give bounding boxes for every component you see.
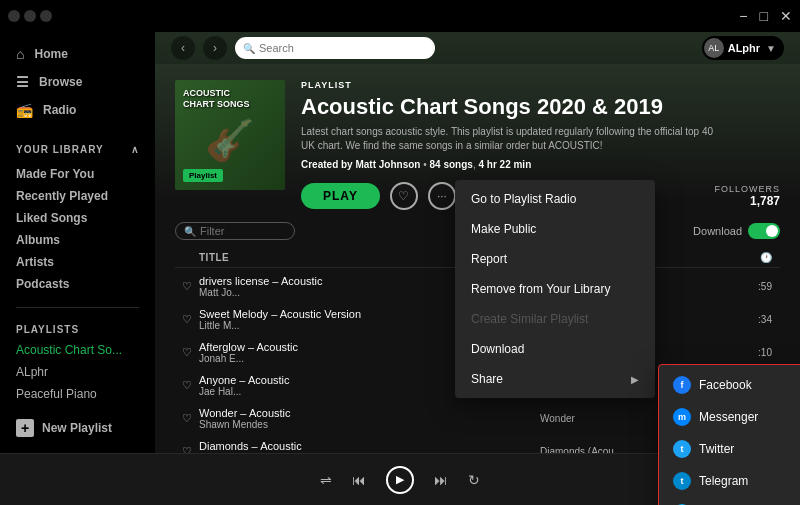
track-title-block-5: Diamonds – Acoustic Amber Leigh Irish xyxy=(199,440,540,453)
play-pause-btn[interactable]: ▶ xyxy=(386,466,414,494)
forward-btn[interactable]: › xyxy=(203,36,227,60)
share-submenu: f Facebook m Messenger t Twitter t Teleg… xyxy=(658,364,800,453)
like-button[interactable]: ♡ xyxy=(390,182,418,210)
shuffle-btn[interactable]: ⇌ xyxy=(320,472,332,488)
sidebar-item-liked-songs[interactable]: Liked Songs xyxy=(0,207,155,229)
track-heart-2[interactable]: ♡ xyxy=(175,346,199,359)
track-duration-0: :59 xyxy=(720,281,780,292)
followers-block: FOLLOWERS 1,787 xyxy=(714,184,780,208)
download-toggle: Download xyxy=(693,223,780,239)
track-heart-3[interactable]: ♡ xyxy=(175,379,199,392)
share-item-messenger[interactable]: m Messenger xyxy=(659,401,800,433)
playlist-creator: Matt Johnson xyxy=(355,159,420,170)
filter-input[interactable] xyxy=(200,225,280,237)
download-toggle-switch[interactable] xyxy=(748,223,780,239)
playlist-list: Acoustic Chart So... ALphr Peaceful Pian… xyxy=(0,339,155,411)
sidebar-item-made-for-you[interactable]: Made For You xyxy=(0,163,155,185)
sidebar-nav: ⌂ Home ☰ Browse 📻 Radio xyxy=(0,32,155,132)
collapse-icon[interactable]: ∧ xyxy=(131,144,139,155)
track-artist-4: Shawn Mendes xyxy=(199,419,540,430)
track-heart-4[interactable]: ♡ xyxy=(175,412,199,425)
context-menu: Go to Playlist Radio Make Public Report … xyxy=(455,180,655,398)
sidebar-item-albums[interactable]: Albums xyxy=(0,229,155,251)
library-items: Made For You Recently Played Liked Songs… xyxy=(0,159,155,299)
playlist-type-label: PLAYLIST xyxy=(301,80,780,90)
prev-btn[interactable]: ⏮ xyxy=(352,472,366,488)
sidebar-item-recently-played[interactable]: Recently Played xyxy=(0,185,155,207)
col-duration: 🕐 xyxy=(720,252,780,263)
share-item-twitter[interactable]: t Twitter xyxy=(659,433,800,453)
maximize-btn[interactable]: □ xyxy=(760,8,768,24)
sidebar-item-browse-label: Browse xyxy=(39,75,82,89)
title-bar-dot-2 xyxy=(24,10,36,22)
back-btn[interactable]: ‹ xyxy=(171,36,195,60)
twitter-icon: t xyxy=(673,440,691,453)
browse-icon: ☰ xyxy=(16,74,29,90)
menu-item-share[interactable]: Share ▶ f Facebook m Messenger t Twitter xyxy=(455,364,655,394)
filter-input-wrapper[interactable]: 🔍 xyxy=(175,222,295,240)
user-menu-btn[interactable]: AL ALphr ▼ xyxy=(702,36,784,60)
menu-item-report[interactable]: Report xyxy=(455,244,655,274)
sidebar-item-artists[interactable]: Artists xyxy=(0,251,155,273)
menu-item-make-public[interactable]: Make Public xyxy=(455,214,655,244)
title-bar-dot-1 xyxy=(8,10,20,22)
more-options-btn[interactable]: ··· xyxy=(428,182,456,210)
user-name: ALphr xyxy=(728,42,760,54)
playlist-item-alphr[interactable]: ALphr xyxy=(0,361,155,383)
facebook-icon: f xyxy=(673,376,691,394)
sidebar-item-browse[interactable]: ☰ Browse xyxy=(0,68,155,96)
top-bar-right: AL ALphr ▼ xyxy=(702,36,784,60)
close-btn[interactable]: ✕ xyxy=(780,8,792,24)
track-title-5: Diamonds – Acoustic xyxy=(199,440,540,452)
track-heart-5[interactable]: ♡ xyxy=(175,445,199,453)
chevron-down-icon: ▼ xyxy=(766,43,776,54)
home-icon: ⌂ xyxy=(16,46,24,62)
playlist-item-acoustic[interactable]: Acoustic Chart So... xyxy=(0,339,155,361)
filter-icon: 🔍 xyxy=(184,226,196,237)
search-icon: 🔍 xyxy=(243,43,255,54)
sidebar-item-home[interactable]: ⌂ Home xyxy=(0,40,155,68)
minimize-btn[interactable]: − xyxy=(739,8,747,24)
search-input[interactable] xyxy=(259,42,427,54)
sidebar-item-radio-label: Radio xyxy=(43,103,76,117)
menu-item-remove-library[interactable]: Remove from Your Library xyxy=(455,274,655,304)
playlist-item-peaceful[interactable]: Peaceful Piano xyxy=(0,383,155,405)
guitar-icon: 🎸 xyxy=(205,117,255,164)
sidebar-item-radio[interactable]: 📻 Radio xyxy=(0,96,155,124)
menu-item-download[interactable]: Download xyxy=(455,334,655,364)
your-library-section: Your Library ∧ xyxy=(0,132,155,159)
search-bar[interactable]: 🔍 xyxy=(235,37,435,59)
window-controls[interactable]: − □ ✕ xyxy=(739,8,792,24)
top-bar: ‹ › 🔍 AL ALphr ▼ xyxy=(155,32,800,64)
sidebar-item-home-label: Home xyxy=(34,47,67,61)
menu-item-playlist-radio[interactable]: Go to Playlist Radio xyxy=(455,184,655,214)
playlist-description: Latest chart songs acoustic style. This … xyxy=(301,125,721,153)
new-playlist-label: New Playlist xyxy=(42,421,112,435)
followers-label: FOLLOWERS xyxy=(714,184,780,194)
sidebar-divider xyxy=(16,307,139,308)
playlist-meta: Created by Matt Johnson • 84 songs, 4 hr… xyxy=(301,159,780,170)
track-duration-2: :10 xyxy=(720,347,780,358)
new-playlist-btn[interactable]: + New Playlist xyxy=(0,411,155,445)
app-body: ⌂ Home ☰ Browse 📻 Radio Your Library ∧ M… xyxy=(0,32,800,453)
cover-text: ACOUSTICCHART SONGS xyxy=(183,88,250,110)
title-bar-dot-3 xyxy=(40,10,52,22)
repeat-btn[interactable]: ↻ xyxy=(468,472,480,488)
new-playlist-icon: + xyxy=(16,419,34,437)
menu-item-create-similar: Create Similar Playlist xyxy=(455,304,655,334)
title-bar: − □ ✕ xyxy=(0,0,800,32)
share-item-facebook[interactable]: f Facebook xyxy=(659,369,800,401)
messenger-icon: m xyxy=(673,408,691,426)
track-duration-1: :34 xyxy=(720,314,780,325)
col-heart xyxy=(175,252,199,263)
playlists-label: Playlists xyxy=(0,316,155,339)
next-btn[interactable]: ⏭ xyxy=(434,472,448,488)
play-button[interactable]: PLAY xyxy=(301,183,380,209)
sidebar-item-podcasts[interactable]: Podcasts xyxy=(0,273,155,295)
playlist-title: Acoustic Chart Songs 2020 & 2019 xyxy=(301,94,780,119)
avatar: AL xyxy=(704,38,724,58)
track-title-block-4: Wonder – Acoustic Shawn Mendes xyxy=(199,407,540,430)
track-heart-1[interactable]: ♡ xyxy=(175,313,199,326)
track-heart-0[interactable]: ♡ xyxy=(175,280,199,293)
main-content: ‹ › 🔍 AL ALphr ▼ 🎸 ACOUSTICCHART SON xyxy=(155,32,800,453)
